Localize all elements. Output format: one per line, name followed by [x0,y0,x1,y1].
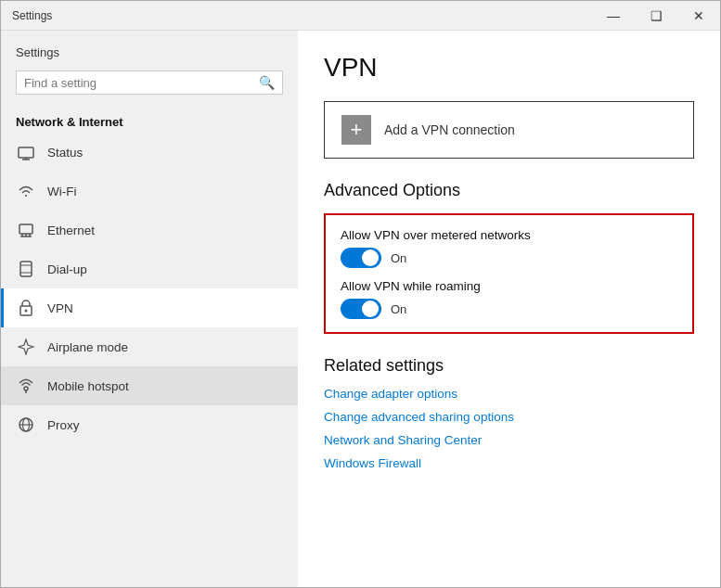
status-label: Status [47,146,83,160]
toggle-roaming-state: On [391,302,406,316]
windows-firewall-link[interactable]: Windows Firewall [324,456,694,470]
minimize-button[interactable]: — [592,1,635,31]
toggle-roaming-switch[interactable] [341,299,381,319]
toggle-roaming-label: Allow VPN while roaming [341,279,677,293]
toggle-roaming-row: Allow VPN while roaming On [341,279,677,319]
svg-point-13 [24,387,28,390]
dialup-icon [16,259,36,279]
maximize-button[interactable]: ❑ [635,1,677,31]
sidebar-item-proxy[interactable]: Proxy [1,405,298,444]
close-button[interactable]: ✕ [677,1,720,31]
content-area: VPN + Add a VPN connection Advanced Opti… [298,31,720,587]
network-sharing-center-link[interactable]: Network and Sharing Center [324,433,694,447]
toggle-roaming-control: On [341,299,677,319]
ethernet-label: Ethernet [47,224,95,237]
svg-point-12 [25,310,28,313]
sidebar-app-title: Settings [16,45,283,59]
status-icon [16,142,36,162]
svg-rect-8 [20,262,32,276]
ethernet-icon [16,220,36,240]
sidebar-item-vpn[interactable]: VPN [1,288,298,327]
settings-window: Settings — ❑ ✕ Settings 🔍 Network & Inte… [0,0,721,588]
proxy-label: Proxy [47,418,80,432]
add-vpn-box[interactable]: + Add a VPN connection [324,101,694,159]
sidebar-item-ethernet[interactable]: Ethernet [1,211,298,249]
sidebar-item-wifi[interactable]: Wi-Fi [1,172,298,211]
window-controls: — ❑ ✕ [592,1,720,30]
hotspot-icon [16,376,36,396]
toggle-metered-row: Allow VPN over metered networks On [341,228,677,268]
sidebar-item-dialup[interactable]: Dial-up [1,249,298,288]
toggle-metered-control: On [341,248,677,268]
search-input[interactable] [24,76,259,90]
sidebar-section-title: Network & Internet [1,115,298,129]
change-advanced-sharing-link[interactable]: Change advanced sharing options [324,410,694,424]
dialup-label: Dial-up [47,262,87,276]
airplane-icon [16,337,36,357]
plus-icon: + [341,115,371,145]
wifi-icon [16,181,36,201]
advanced-options-heading: Advanced Options [324,181,694,200]
search-box[interactable]: 🔍 [16,70,283,95]
sidebar-item-status[interactable]: Status [1,133,298,172]
toggle-metered-state: On [391,251,406,265]
app-title: Settings [12,9,52,22]
main-layout: Settings 🔍 Network & Internet Status [1,31,720,587]
related-settings-heading: Related settings [324,356,694,376]
sidebar-item-hotspot[interactable]: Mobile hotspot [1,366,298,405]
toggle-metered-label: Allow VPN over metered networks [341,228,677,242]
titlebar: Settings — ❑ ✕ [1,1,720,31]
svg-rect-0 [19,147,33,158]
airplane-label: Airplane mode [47,340,128,354]
hotspot-label: Mobile hotspot [47,379,129,393]
vpn-label: VPN [47,301,73,315]
sidebar: Settings 🔍 Network & Internet Status [1,31,298,587]
advanced-options-box: Allow VPN over metered networks On Allow… [324,213,694,334]
proxy-icon [16,415,36,435]
sidebar-top: Settings 🔍 [1,31,298,115]
change-adapter-options-link[interactable]: Change adapter options [324,387,694,401]
search-icon: 🔍 [259,75,275,90]
wifi-label: Wi-Fi [47,185,76,198]
svg-rect-3 [19,224,32,234]
vpn-icon [16,298,36,318]
page-title: VPN [324,53,694,83]
sidebar-item-airplane[interactable]: Airplane mode [1,327,298,366]
add-vpn-label: Add a VPN connection [384,122,515,137]
toggle-metered-switch[interactable] [341,248,381,268]
